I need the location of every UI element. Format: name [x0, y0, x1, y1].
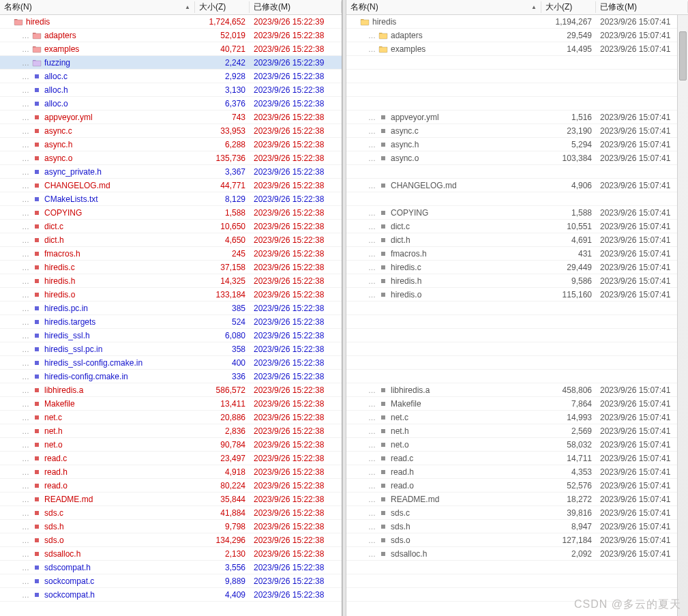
- table-row[interactable]: … CMakeLists.txt 8,129 2023/9/26 15:22:3…: [0, 192, 342, 206]
- table-row[interactable]: [346, 192, 688, 206]
- table-row[interactable]: [346, 70, 688, 83]
- table-row[interactable]: … sds.c 39,816 2023/9/26 15:07:41: [346, 506, 688, 520]
- table-row[interactable]: … net.o 90,784 2023/9/26 15:22:38: [0, 438, 342, 452]
- table-row[interactable]: … Makefile 13,411 2023/9/26 15:22:38: [0, 397, 342, 411]
- file-name: hiredis_ssl.pc.in: [44, 344, 102, 354]
- table-row[interactable]: … net.c 20,886 2023/9/26 15:22:38: [0, 411, 342, 424]
- col-header-date[interactable]: 已修改(M): [596, 1, 688, 13]
- table-row[interactable]: … examples 14,495 2023/9/26 15:07:41: [346, 42, 688, 56]
- table-row[interactable]: … sockcompat.c 9,889 2023/9/26 15:22:38: [0, 574, 342, 588]
- table-row[interactable]: … net.h 2,836 2023/9/26 15:22:38: [0, 424, 342, 438]
- table-row[interactable]: [346, 561, 688, 574]
- table-row[interactable]: … hiredis.h 9,586 2023/9/26 15:07:41: [346, 274, 688, 288]
- table-row[interactable]: hiredis 1,724,652 2023/9/26 15:22:39: [0, 15, 342, 29]
- table-row[interactable]: … CHANGELOG.md 44,771 2023/9/26 15:22:38: [0, 179, 342, 192]
- table-row[interactable]: … sdsalloc.h 2,092 2023/9/26 15:07:41: [346, 547, 688, 561]
- table-row[interactable]: … hiredis_ssl.h 6,080 2023/9/26 15:22:38: [0, 329, 342, 342]
- col-header-size[interactable]: 大小(Z): [541, 1, 596, 13]
- table-row[interactable]: … read.h 4,918 2023/9/26 15:22:38: [0, 465, 342, 479]
- table-row[interactable]: … hiredis-config.cmake.in 336 2023/9/26 …: [0, 370, 342, 383]
- table-row[interactable]: … examples 40,721 2023/9/26 15:22:38: [0, 42, 342, 56]
- table-row[interactable]: … libhiredis.a 586,572 2023/9/26 15:22:3…: [0, 383, 342, 397]
- table-row[interactable]: … CHANGELOG.md 4,906 2023/9/26 15:07:41: [346, 179, 688, 192]
- table-row[interactable]: … async.o 135,736 2023/9/26 15:22:38: [0, 151, 342, 165]
- table-row[interactable]: … dict.h 4,691 2023/9/26 15:07:41: [346, 233, 688, 247]
- table-row[interactable]: [346, 356, 688, 370]
- table-row[interactable]: … hiredis.c 29,449 2023/9/26 15:07:41: [346, 261, 688, 274]
- table-row[interactable]: … net.c 14,993 2023/9/26 15:07:41: [346, 411, 688, 424]
- col-header-date[interactable]: 已修改(M): [250, 1, 342, 13]
- table-row[interactable]: … sds.c 41,884 2023/9/26 15:22:38: [0, 506, 342, 520]
- table-row[interactable]: … appveyor.yml 743 2023/9/26 15:22:38: [0, 111, 342, 124]
- table-row[interactable]: … async.c 33,953 2023/9/26 15:22:38: [0, 124, 342, 138]
- table-row[interactable]: … hiredis.c 37,158 2023/9/26 15:22:38: [0, 261, 342, 274]
- table-row[interactable]: … read.h 4,353 2023/9/26 15:07:41: [346, 465, 688, 479]
- table-row[interactable]: … COPYING 1,588 2023/9/26 15:07:41: [346, 206, 688, 220]
- table-row[interactable]: … alloc.c 2,928 2023/9/26 15:22:38: [0, 70, 342, 83]
- table-row[interactable]: … sds.o 134,296 2023/9/26 15:22:38: [0, 533, 342, 547]
- table-row[interactable]: … net.h 2,569 2023/9/26 15:07:41: [346, 424, 688, 438]
- sort-asc-icon: ▲: [185, 4, 190, 10]
- table-row[interactable]: … fuzzing 2,242 2023/9/26 15:22:39: [0, 56, 342, 70]
- table-row[interactable]: … Makefile 7,864 2023/9/26 15:07:41: [346, 397, 688, 411]
- table-row[interactable]: [346, 56, 688, 70]
- table-row[interactable]: … hiredis.o 115,160 2023/9/26 15:07:41: [346, 288, 688, 302]
- table-row[interactable]: … sds.h 9,798 2023/9/26 15:22:38: [0, 520, 342, 533]
- table-row[interactable]: … dict.h 4,650 2023/9/26 15:22:38: [0, 233, 342, 247]
- table-row[interactable]: [346, 342, 688, 356]
- table-row[interactable]: … async_private.h 3,367 2023/9/26 15:22:…: [0, 165, 342, 179]
- col-header-name[interactable]: 名称(N)▲: [0, 1, 195, 13]
- table-row[interactable]: … hiredis.pc.in 385 2023/9/26 15:22:38: [0, 302, 342, 315]
- table-row[interactable]: … alloc.o 6,376 2023/9/26 15:22:38: [0, 97, 342, 111]
- table-row[interactable]: … sockcompat.h 4,409 2023/9/26 15:22:38: [0, 588, 342, 602]
- table-row[interactable]: … dict.c 10,551 2023/9/26 15:07:41: [346, 220, 688, 233]
- table-row[interactable]: … hiredis.targets 524 2023/9/26 15:22:38: [0, 315, 342, 329]
- table-row[interactable]: … net.o 58,032 2023/9/26 15:07:41: [346, 438, 688, 452]
- table-row[interactable]: [346, 315, 688, 329]
- table-row[interactable]: … async.h 5,294 2023/9/26 15:07:41: [346, 138, 688, 151]
- table-row[interactable]: … README.md 35,844 2023/9/26 15:22:38: [0, 493, 342, 506]
- table-row[interactable]: … hiredis.o 133,184 2023/9/26 15:22:38: [0, 288, 342, 302]
- table-row[interactable]: hiredis 1,194,267 2023/9/26 15:07:41: [346, 15, 688, 29]
- table-row[interactable]: … hiredis_ssl-config.cmake.in 400 2023/9…: [0, 356, 342, 370]
- table-row[interactable]: … adapters 52,019 2023/9/26 15:22:38: [0, 29, 342, 42]
- table-row[interactable]: … README.md 18,272 2023/9/26 15:07:41: [346, 493, 688, 506]
- table-row[interactable]: [346, 329, 688, 342]
- table-row[interactable]: [346, 83, 688, 97]
- table-row[interactable]: [346, 370, 688, 383]
- table-row[interactable]: … hiredis_ssl.pc.in 358 2023/9/26 15:22:…: [0, 342, 342, 356]
- col-header-name[interactable]: 名称(N)▲: [346, 1, 541, 13]
- file-size: 4,353: [541, 467, 596, 477]
- table-row[interactable]: … dict.c 10,650 2023/9/26 15:22:38: [0, 220, 342, 233]
- table-row[interactable]: … sdsalloc.h 2,130 2023/9/26 15:22:38: [0, 547, 342, 561]
- right-body[interactable]: hiredis 1,194,267 2023/9/26 15:07:41 … a…: [346, 15, 688, 616]
- table-row[interactable]: … read.o 52,576 2023/9/26 15:07:41: [346, 479, 688, 493]
- table-row[interactable]: … async.h 6,288 2023/9/26 15:22:38: [0, 138, 342, 151]
- table-row[interactable]: [346, 588, 688, 602]
- table-row[interactable]: … appveyor.yml 1,516 2023/9/26 15:07:41: [346, 111, 688, 124]
- table-row[interactable]: … read.o 80,224 2023/9/26 15:22:38: [0, 479, 342, 493]
- file-name: hiredis.c: [44, 263, 75, 272]
- table-row[interactable]: [346, 165, 688, 179]
- table-row[interactable]: … read.c 14,711 2023/9/26 15:07:41: [346, 452, 688, 465]
- table-row[interactable]: … COPYING 1,588 2023/9/26 15:22:38: [0, 206, 342, 220]
- table-row[interactable]: … fmacros.h 431 2023/9/26 15:07:41: [346, 247, 688, 261]
- table-row[interactable]: … fmacros.h 245 2023/9/26 15:22:38: [0, 247, 342, 261]
- table-row[interactable]: … async.o 103,384 2023/9/26 15:07:41: [346, 151, 688, 165]
- table-row[interactable]: [346, 97, 688, 111]
- table-row[interactable]: … read.c 23,497 2023/9/26 15:22:38: [0, 452, 342, 465]
- table-row[interactable]: … sds.o 127,184 2023/9/26 15:07:41: [346, 533, 688, 547]
- table-row[interactable]: … alloc.h 3,130 2023/9/26 15:22:38: [0, 83, 342, 97]
- col-header-size[interactable]: 大小(Z): [195, 1, 250, 13]
- table-row[interactable]: … libhiredis.a 458,806 2023/9/26 15:07:4…: [346, 383, 688, 397]
- table-row[interactable]: … adapters 29,549 2023/9/26 15:07:41: [346, 29, 688, 42]
- tree-glyph: …: [368, 413, 376, 422]
- table-row[interactable]: … async.c 23,190 2023/9/26 15:07:41: [346, 124, 688, 138]
- table-row[interactable]: … sdscompat.h 3,556 2023/9/26 15:22:38: [0, 561, 342, 574]
- table-row[interactable]: … hiredis.h 14,325 2023/9/26 15:22:38: [0, 274, 342, 288]
- table-row[interactable]: [346, 302, 688, 315]
- left-body[interactable]: hiredis 1,724,652 2023/9/26 15:22:39 … a…: [0, 15, 342, 616]
- table-row[interactable]: [346, 574, 688, 588]
- table-row[interactable]: … sds.h 8,947 2023/9/26 15:07:41: [346, 520, 688, 533]
- scrollbar[interactable]: [677, 15, 688, 616]
